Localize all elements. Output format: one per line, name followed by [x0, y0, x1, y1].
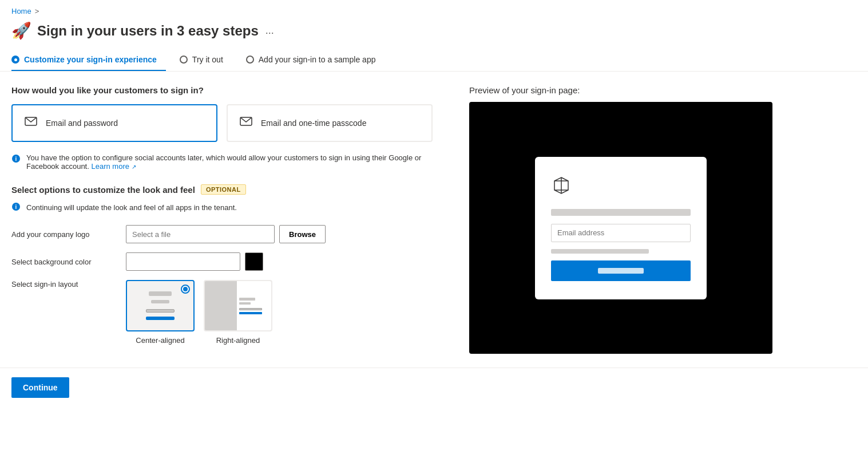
right-panel: Preview of your sign-in page:: [469, 85, 778, 354]
info-text: You have the option to configure social …: [26, 153, 446, 171]
left-panel: How would you like your customers to sig…: [11, 85, 446, 354]
bg-color-row: Select background color #000000: [11, 252, 446, 271]
option-email-otp[interactable]: Email and one-time passcode: [227, 104, 433, 142]
layout-row: Select sign-in layout: [11, 280, 446, 345]
layout-right[interactable]: Right-aligned: [204, 280, 272, 345]
main-content: How would you like your customers to sig…: [0, 72, 868, 368]
look-info-text: Continuing will update the look and feel…: [26, 203, 237, 212]
preview-label: Preview of your sign-in page:: [469, 85, 778, 95]
svg-text:i: i: [15, 156, 17, 162]
logo-row: Add your company logo Browse: [11, 225, 446, 243]
page-title: Sign in your users in 3 easy steps: [37, 23, 259, 39]
layout-card-center: [126, 280, 195, 331]
optional-badge: OPTIONAL: [201, 184, 246, 195]
tab-sampleapp-label: Add your sign-in to a sample app: [259, 55, 376, 64]
tab-sampleapp[interactable]: Add your sign-in to a sample app: [246, 49, 385, 71]
layout-center-label: Center-aligned: [136, 336, 184, 345]
option-email-password[interactable]: Email and password: [11, 104, 217, 142]
continue-button[interactable]: Continue: [11, 377, 69, 398]
more-options-icon[interactable]: ...: [265, 25, 274, 37]
breadcrumb-home[interactable]: Home: [11, 7, 31, 15]
bg-color-control: #000000: [126, 252, 263, 271]
tab-tryitout-label: Try it out: [192, 55, 223, 64]
preview-frame: [469, 102, 772, 354]
layout-label: Select sign-in layout: [11, 280, 126, 289]
layout-preview-right: [205, 281, 271, 330]
info-icon: i: [11, 154, 21, 165]
external-link-icon: ↗: [132, 164, 136, 170]
logo-label: Add your company logo: [11, 230, 126, 239]
color-swatch[interactable]: [245, 252, 263, 271]
look-feel-section: Select options to customize the look and…: [11, 184, 446, 345]
rocket-icon: 🚀: [11, 21, 31, 40]
preview-submit-button: [551, 260, 691, 281]
option-email-otp-label: Email and one-time passcode: [261, 119, 366, 128]
tabs-bar: Customize your sign-in experience Try it…: [0, 49, 868, 72]
preview-title-bar: [551, 209, 691, 216]
logo-file-input[interactable]: [126, 225, 275, 243]
option-email-password-label: Email and password: [46, 119, 118, 128]
preview-btn-inner: [598, 268, 644, 274]
layout-radio-center: [181, 285, 190, 294]
preview-app-icon: [551, 175, 691, 200]
layout-card-right: [204, 280, 272, 331]
email-password-icon: [24, 114, 38, 132]
signin-section-title: How would you like your customers to sig…: [11, 85, 446, 95]
logo-control: Browse: [126, 225, 326, 243]
look-feel-header: Select options to customize the look and…: [11, 184, 446, 195]
breadcrumb-separator: >: [35, 7, 39, 15]
layout-right-label: Right-aligned: [216, 336, 260, 345]
bg-color-input[interactable]: #000000: [126, 252, 240, 271]
svg-text:i: i: [15, 204, 17, 210]
browse-button[interactable]: Browse: [279, 225, 326, 243]
breadcrumb: Home >: [0, 0, 868, 18]
preview-subtitle-bar: [551, 249, 649, 254]
tab-radio-sampleapp: [246, 56, 254, 64]
layout-options: Center-aligned: [126, 280, 272, 345]
page-header: 🚀 Sign in your users in 3 easy steps ...: [0, 18, 868, 49]
tab-radio-tryitout: [180, 56, 188, 64]
look-info-box: i Continuing will update the look and fe…: [11, 202, 446, 214]
look-info-icon: i: [11, 202, 21, 214]
preview-email-input: [551, 224, 691, 242]
bg-color-label: Select background color: [11, 258, 126, 266]
preview-card: [535, 157, 707, 299]
footer: Continue: [0, 368, 868, 407]
tab-tryitout[interactable]: Try it out: [180, 49, 232, 71]
signin-options: Email and password Email and one-time pa…: [11, 104, 446, 142]
layout-center[interactable]: Center-aligned: [126, 280, 195, 345]
tab-customize[interactable]: Customize your sign-in experience: [11, 49, 166, 71]
look-feel-title: Select options to customize the look and…: [11, 185, 195, 195]
social-info-box: i You have the option to configure socia…: [11, 153, 446, 171]
tab-customize-label: Customize your sign-in experience: [24, 55, 157, 64]
email-otp-icon: [239, 114, 253, 132]
tab-radio-customize: [11, 56, 19, 64]
learn-more-link[interactable]: Learn more: [91, 162, 129, 171]
